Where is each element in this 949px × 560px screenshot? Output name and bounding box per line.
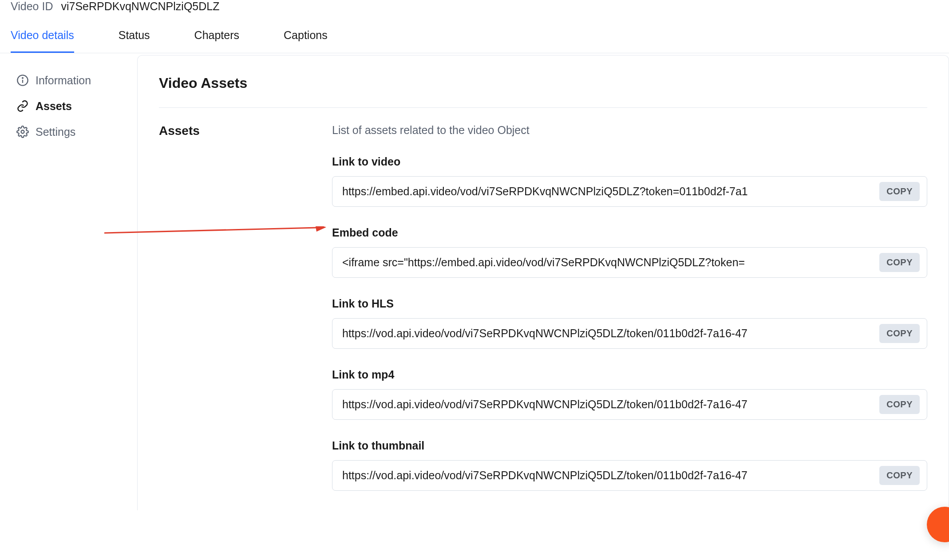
asset-label: Link to thumbnail (332, 439, 927, 452)
asset-row: https://vod.api.video/vod/vi7SeRPDKvqNWC… (332, 389, 927, 420)
asset-value[interactable]: https://vod.api.video/vod/vi7SeRPDKvqNWC… (342, 469, 872, 482)
copy-button[interactable]: COPY (879, 466, 920, 485)
asset-value[interactable]: https://vod.api.video/vod/vi7SeRPDKvqNWC… (342, 398, 872, 411)
copy-button[interactable]: COPY (879, 395, 920, 414)
svg-point-2 (22, 78, 23, 79)
copy-button[interactable]: COPY (879, 324, 920, 343)
asset-group-link-to-video: Link to video https://embed.api.video/vo… (332, 155, 927, 207)
sidebar-item-label: Information (36, 74, 91, 87)
asset-label: Link to mp4 (332, 368, 927, 381)
tab-captions[interactable]: Captions (284, 21, 328, 53)
section-row: Assets List of assets related to the vid… (159, 108, 927, 510)
info-icon (16, 74, 29, 87)
asset-label: Link to HLS (332, 297, 927, 310)
asset-value[interactable]: https://embed.api.video/vod/vi7SeRPDKvqN… (342, 185, 872, 198)
content-area: Information Assets Settings Video Assets (0, 53, 949, 510)
sidebar-item-label: Assets (36, 100, 72, 113)
page-title: Video Assets (159, 75, 927, 108)
sidebar: Information Assets Settings (0, 53, 135, 510)
asset-group-link-to-thumbnail: Link to thumbnail https://vod.api.video/… (332, 439, 927, 491)
copy-button[interactable]: COPY (879, 253, 920, 272)
chat-widget-button[interactable] (927, 507, 949, 542)
tabs: Video details Status Chapters Captions (0, 21, 949, 53)
asset-row: https://vod.api.video/vod/vi7SeRPDKvqNWC… (332, 460, 927, 491)
asset-value[interactable]: https://vod.api.video/vod/vi7SeRPDKvqNWC… (342, 327, 872, 340)
section-label: Assets (159, 124, 292, 138)
sidebar-item-assets[interactable]: Assets (16, 93, 135, 119)
section-right: List of assets related to the video Obje… (332, 124, 927, 510)
video-id-value: vi7SeRPDKvqNWCNPlziQ5DLZ (61, 0, 219, 13)
copy-button[interactable]: COPY (879, 182, 920, 201)
asset-group-embed-code: Embed code <iframe src="https://embed.ap… (332, 226, 927, 278)
asset-label: Embed code (332, 226, 927, 239)
gear-icon (16, 125, 29, 138)
section-left: Assets (159, 124, 292, 510)
tab-status[interactable]: Status (119, 21, 150, 53)
main-panel: Video Assets Assets List of assets relat… (137, 55, 949, 510)
sidebar-item-information[interactable]: Information (16, 67, 135, 93)
link-icon (16, 99, 29, 113)
asset-label: Link to video (332, 155, 927, 168)
asset-group-link-to-mp4: Link to mp4 https://vod.api.video/vod/vi… (332, 368, 927, 420)
asset-row: <iframe src="https://embed.api.video/vod… (332, 247, 927, 278)
sidebar-item-label: Settings (36, 126, 75, 138)
header-row: Video ID vi7SeRPDKvqNWCNPlziQ5DLZ (0, 0, 949, 21)
asset-value[interactable]: <iframe src="https://embed.api.video/vod… (342, 256, 872, 269)
tab-chapters[interactable]: Chapters (194, 21, 239, 53)
section-description: List of assets related to the video Obje… (332, 124, 927, 137)
asset-group-link-to-hls: Link to HLS https://vod.api.video/vod/vi… (332, 297, 927, 349)
sidebar-item-settings[interactable]: Settings (16, 119, 135, 145)
tab-video-details[interactable]: Video details (11, 21, 74, 53)
asset-row: https://vod.api.video/vod/vi7SeRPDKvqNWC… (332, 318, 927, 349)
svg-point-3 (21, 130, 24, 134)
asset-row: https://embed.api.video/vod/vi7SeRPDKvqN… (332, 176, 927, 207)
video-id-label: Video ID (11, 0, 53, 13)
